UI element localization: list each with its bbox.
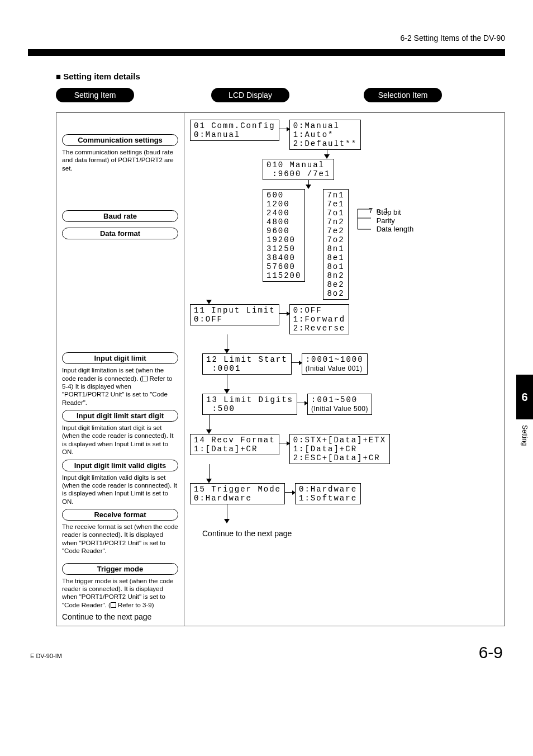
footer-doc-id: E DV-90-IM xyxy=(30,653,62,659)
header-rule xyxy=(28,49,505,56)
col-header-selection: Selection Item xyxy=(364,88,442,102)
arrow-down-icon xyxy=(224,349,230,353)
desc-comm-settings: The communication settings (baud rate an… xyxy=(62,148,178,172)
arrow-right-icon xyxy=(292,362,302,363)
footer-page-number: 6-9 xyxy=(479,643,503,662)
sel-recv-format: 0:STX+[Data]+ETX 1:[Data]+CR 2:ESC+[Data… xyxy=(289,434,390,464)
sel-trigger-mode: 0:Hardware 1:Software xyxy=(295,483,361,504)
sel-data-format: 7n1 7e1 7o1 7n2 7e2 7o2 8n1 8e1 8o1 8n2 … xyxy=(323,189,348,300)
item-limit-digits: Input digit limit valid digits xyxy=(62,460,178,471)
desc-trigger-mode: The trigger mode is set (when the code r… xyxy=(62,577,178,609)
sel-comm-config: 0:Manual 1:Auto* 2:Default** xyxy=(289,120,361,150)
arrow-right-icon xyxy=(279,313,289,314)
lcd-manual: 010 Manual :9600 /7e1 xyxy=(263,159,334,180)
item-trigger-mode: Trigger mode xyxy=(62,563,178,575)
item-recv-format: Receive format xyxy=(62,509,178,521)
data-format-annotation: 7n1 Stop bit Parity Data length xyxy=(377,205,414,233)
item-limit-start: Input digit limit start digit xyxy=(62,410,178,422)
arrow-right-icon xyxy=(279,443,289,443)
lcd-selection-column: 01 Comm.Config 0:Manual 0:Manual 1:Auto*… xyxy=(184,112,505,626)
book-icon xyxy=(142,376,147,381)
desc-limit-start: Input digit limitation start digit is se… xyxy=(62,424,178,456)
page-header: 6-2 Setting Items of the DV-90 xyxy=(28,34,505,42)
lcd-limit-digits: 13 Limit Digits :500 xyxy=(202,394,297,415)
col-header-setting: Setting Item xyxy=(56,88,134,102)
arrow-right-icon xyxy=(297,403,307,403)
lcd-recv-format: 14 Recv Format 1:[Data]+CR xyxy=(190,434,279,455)
desc-input-limit: Input digit limitation is set (when the … xyxy=(62,366,178,407)
arrow-right-icon xyxy=(279,129,289,129)
arrow-down-icon xyxy=(306,185,311,189)
continue-left: Continue to the next page xyxy=(62,612,178,621)
arrow-down-icon xyxy=(206,479,212,483)
chapter-tab: 6 xyxy=(516,375,533,419)
arrow-down-icon xyxy=(206,429,212,434)
lcd-comm-config: 01 Comm.Config 0:Manual xyxy=(190,120,279,141)
book-icon xyxy=(111,602,116,608)
setting-item-column: Communication settings The communication… xyxy=(56,112,184,626)
continue-right: Continue to the next page xyxy=(202,529,499,538)
desc-recv-format: The receive format is set (when the code… xyxy=(62,523,178,555)
item-comm-settings: Communication settings xyxy=(62,134,178,146)
arrow-down-icon xyxy=(224,389,230,394)
col-header-lcd: LCD Display xyxy=(211,88,289,102)
lcd-trigger-mode: 15 Trigger Mode 0:Hardware xyxy=(190,483,285,504)
desc-limit-digits: Input digit limitation valid digits is s… xyxy=(62,474,178,506)
item-baud-rate: Baud rate xyxy=(62,210,178,222)
chapter-label: Setting xyxy=(521,425,529,446)
lcd-limit-start: 12 Limit Start :0001 xyxy=(202,353,292,375)
section-title: Setting item details xyxy=(56,72,505,81)
arrow-down-icon xyxy=(324,154,330,159)
sel-baud: 600 1200 2400 4800 9600 19200 31250 3840… xyxy=(263,189,305,282)
sel-limit-digits: :001~500 (Initial Value 500) xyxy=(307,394,372,415)
arrow-right-icon xyxy=(285,492,295,493)
item-input-limit: Input digit limit xyxy=(62,352,178,364)
item-data-format: Data format xyxy=(62,228,178,239)
sel-limit-start: :0001~1000 (Initial Value 001) xyxy=(302,353,368,375)
sel-input-limit: 0:OFF 1:Forward 2:Reverse xyxy=(289,304,350,334)
arrow-down-icon xyxy=(224,519,230,523)
lcd-input-limit: 11 Input Limit 0:OFF xyxy=(190,304,279,325)
arrow-down-icon xyxy=(206,300,212,304)
